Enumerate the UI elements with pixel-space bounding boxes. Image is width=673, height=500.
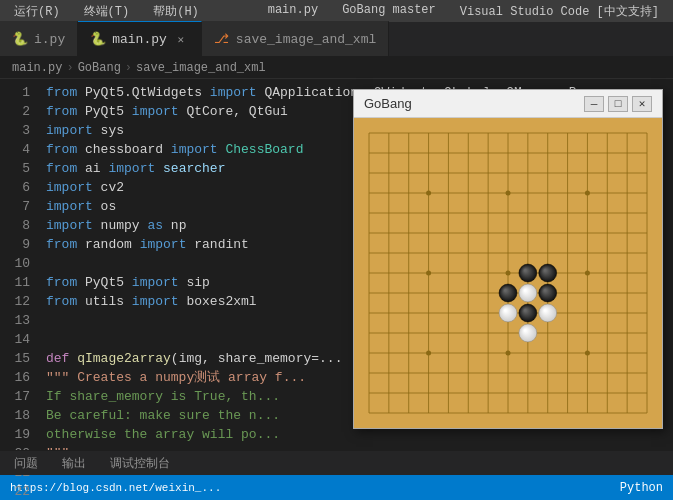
bottom-tab-problems[interactable]: 问题 — [10, 453, 42, 474]
breadcrumb-main[interactable]: main.py — [12, 61, 62, 75]
tab-i-py[interactable]: 🐍 i.py — [0, 21, 78, 56]
breadcrumb-sep1: › — [66, 61, 73, 75]
editor-area: 12345678910111213141516171819202122 from… — [0, 79, 673, 475]
breadcrumb-save[interactable]: save_image_and_xml — [136, 61, 266, 75]
status-language[interactable]: Python — [620, 481, 663, 495]
breadcrumb-gobang[interactable]: GoBang — [78, 61, 121, 75]
tab-link-gobang[interactable]: GoBang master — [336, 1, 442, 22]
gobang-window-controls: — □ ✕ — [584, 96, 652, 112]
menu-help[interactable]: 帮助(H) — [147, 1, 205, 22]
board-canvas — [354, 118, 662, 428]
status-right: Python — [620, 481, 663, 495]
gobang-window: GoBang — □ ✕ — [353, 89, 663, 429]
bottom-panel: 问题 输出 调试控制台 — [0, 450, 673, 475]
menu-run[interactable]: 运行(R) — [8, 1, 66, 22]
python-icon-active: 🐍 — [90, 31, 106, 47]
breadcrumb-sep2: › — [125, 61, 132, 75]
bottom-tab-debug[interactable]: 调试控制台 — [106, 453, 174, 474]
status-blog-link[interactable]: https://blog.csdn.net/weixin_... — [10, 482, 221, 494]
tab-main-py[interactable]: 🐍 main.py ✕ — [78, 21, 202, 56]
top-menubar: 运行(R) 终端(T) 帮助(H) main.py GoBang master … — [0, 0, 673, 22]
status-left: https://blog.csdn.net/weixin_... — [10, 482, 221, 494]
tab-bar: 🐍 i.py 🐍 main.py ✕ ⎇ save_image_and_xml — [0, 22, 673, 57]
board-container — [354, 118, 662, 428]
git-icon: ⎇ — [214, 31, 230, 47]
python-icon: 🐍 — [12, 31, 28, 47]
tab-link-main[interactable]: main.py — [262, 1, 324, 22]
maximize-button[interactable]: □ — [608, 96, 628, 112]
gobang-window-title: GoBang — [364, 96, 412, 111]
gobang-titlebar: GoBang — □ ✕ — [354, 90, 662, 118]
breadcrumb: main.py › GoBang › save_image_and_xml — [0, 57, 673, 79]
tab-close-button[interactable]: ✕ — [173, 31, 189, 47]
tab-link-vscode[interactable]: Visual Studio Code [中文支持] — [454, 1, 665, 22]
menu-terminal[interactable]: 终端(T) — [78, 1, 136, 22]
line-numbers: 12345678910111213141516171819202122 — [0, 79, 38, 475]
minimize-button[interactable]: — — [584, 96, 604, 112]
bottom-tab-output[interactable]: 输出 — [58, 453, 90, 474]
tab-save-image[interactable]: ⎇ save_image_and_xml — [202, 21, 389, 56]
close-button[interactable]: ✕ — [632, 96, 652, 112]
status-bar: https://blog.csdn.net/weixin_... Python — [0, 475, 673, 500]
